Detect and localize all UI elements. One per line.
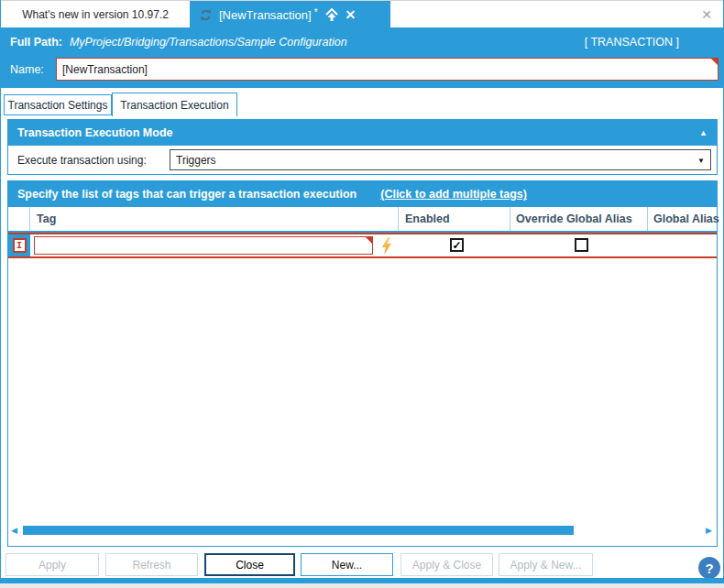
enabled-checkbox[interactable]: ✓ [450, 238, 464, 252]
help-icon[interactable]: ? [698, 557, 720, 579]
transaction-editor-window: What's new in version 10.97.2 [NewTransa… [0, 0, 724, 583]
column-header-enabled[interactable]: Enabled [405, 212, 450, 225]
tag-row: I ✓ [8, 233, 717, 258]
window-close-icon[interactable]: ✕ [701, 6, 712, 23]
column-separator [29, 207, 30, 231]
tab-transaction-execution-label: Transaction Execution [120, 99, 228, 112]
add-multiple-tags-link[interactable]: (Click to add multiple tags) [380, 188, 527, 201]
column-separator [647, 207, 648, 231]
scroll-right-icon[interactable]: ▶ [706, 526, 712, 535]
execute-using-label: Execute transaction using: [17, 154, 147, 167]
tag-input[interactable] [35, 237, 372, 254]
apply-and-close-button[interactable]: Apply & Close [400, 553, 493, 576]
horizontal-scrollbar[interactable]: ◀ ▶ [8, 524, 717, 537]
execution-mode-header: Transaction Execution Mode ▲ [8, 120, 717, 146]
refresh-icon [199, 8, 213, 22]
row-edit-indicator-cell: I [8, 234, 30, 256]
column-header-override[interactable]: Override Global Alias [516, 212, 632, 225]
scrollbar-thumb[interactable] [23, 526, 574, 535]
trigger-tags-title: Specify the list of tags that can trigge… [17, 188, 357, 201]
document-tab-strip: What's new in version 10.97.2 [NewTransa… [1, 0, 723, 27]
doc-tab-whats-new[interactable]: What's new in version 10.97.2 [1, 1, 190, 28]
tab-transaction-settings-label: Transaction Settings [8, 99, 108, 112]
doc-tab-whats-new-label: What's new in version 10.97.2 [22, 8, 169, 21]
column-separator [510, 207, 510, 231]
tab-transaction-settings[interactable]: Transaction Settings [4, 94, 112, 115]
name-label: Name: [10, 63, 44, 76]
chevron-down-icon: ▼ [697, 157, 705, 165]
modified-asterisk: * [314, 7, 318, 17]
validation-corner-icon [366, 237, 372, 244]
new-button[interactable]: New... [301, 553, 393, 576]
name-field-box [56, 58, 719, 81]
execute-using-selected-value: Triggers [176, 154, 216, 167]
column-header-tag[interactable]: Tag [37, 212, 56, 225]
scroll-left-icon[interactable]: ◀ [11, 526, 17, 535]
close-button[interactable]: Close [204, 553, 295, 576]
doc-tab-label: [NewTransaction] [219, 8, 312, 22]
column-separator [398, 207, 399, 231]
info-panel: Full Path: MyProject/Bridging/Transactio… [1, 27, 723, 88]
trigger-tags-header: Specify the list of tags that can trigge… [8, 181, 717, 207]
full-path-value: MyProject/Bridging/Transactions/Sample C… [70, 36, 347, 52]
lightning-bolt-icon[interactable] [380, 237, 393, 258]
tab-transaction-execution[interactable]: Transaction Execution [112, 93, 237, 116]
apply-button[interactable]: Apply [5, 553, 99, 576]
refresh-button[interactable]: Refresh [105, 553, 198, 576]
execution-mode-group: Transaction Execution Mode ▲ Execute tra… [7, 119, 718, 175]
tags-grid-header: Tag Enabled Override Global Alias Global… [8, 207, 717, 233]
full-path-label: Full Path: [10, 36, 62, 52]
validation-corner-icon [711, 59, 718, 65]
column-header-global-alias[interactable]: Global Alias [653, 212, 719, 225]
type-badge: [ TRANSACTION ] [585, 36, 679, 49]
override-global-alias-checkbox[interactable] [575, 238, 588, 252]
collapse-arrow-icon[interactable]: ▲ [699, 128, 708, 137]
execution-mode-body: Execute transaction using: Triggers ▼ [8, 146, 717, 174]
doc-tab-new-transaction[interactable]: [NewTransaction] * ✕ [190, 1, 390, 28]
execute-using-dropdown[interactable]: Triggers ▼ [170, 149, 711, 170]
checkmark-icon: ✓ [452, 240, 461, 251]
trigger-tags-group: Specify the list of tags that can trigge… [7, 180, 718, 547]
name-input[interactable] [57, 59, 718, 80]
promote-up-icon[interactable] [324, 8, 339, 22]
edit-cursor-icon: I [13, 238, 27, 253]
execution-mode-title: Transaction Execution Mode [17, 126, 172, 139]
tab-close-icon[interactable]: ✕ [346, 7, 357, 22]
tag-field-box [34, 236, 373, 255]
window-bottom-border [1, 578, 723, 583]
apply-and-new-button[interactable]: Apply & New... [499, 553, 593, 576]
